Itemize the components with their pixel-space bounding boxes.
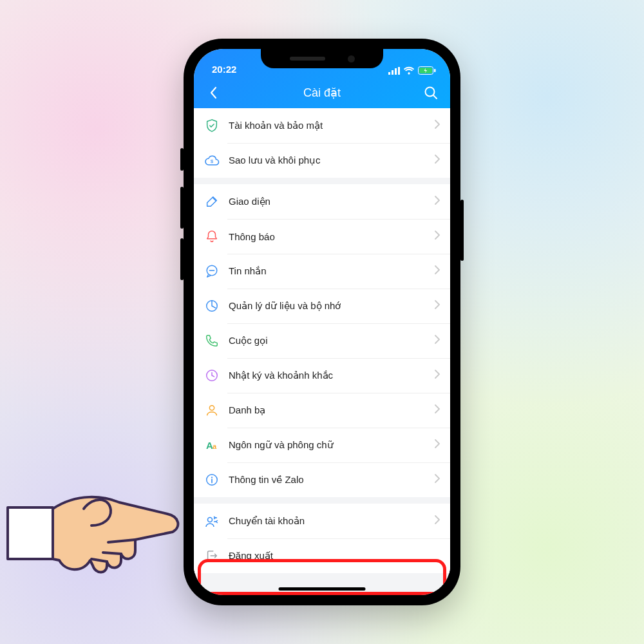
wifi-icon (403, 66, 415, 75)
bell-icon (204, 229, 220, 244)
settings-row-label: Tài khoản và bảo mật (229, 120, 426, 131)
nav-bar: Cài đặt (194, 77, 450, 108)
svg-rect-2 (395, 68, 397, 75)
svg-rect-6 (434, 69, 436, 72)
settings-row-label: Sao lưu và khôi phục (229, 155, 426, 166)
settings-row-label: Quản lý dữ liệu và bộ nhớ (229, 300, 426, 312)
settings-row-label: Danh bạ (229, 404, 426, 416)
settings-row[interactable]: Đăng xuất (194, 538, 450, 573)
settings-group: Giao diệnThông báoTin nhắnQuản lý dữ liệ… (194, 184, 450, 497)
aa-icon: Aa (204, 437, 220, 453)
settings-row[interactable]: AaNgôn ngữ và phông chữ (194, 428, 450, 462)
settings-row[interactable]: Cuộc gọi (194, 323, 450, 358)
settings-row[interactable]: Thông tin về Zalo (194, 462, 450, 497)
logout-icon (204, 548, 220, 564)
settings-row[interactable]: Danh bạ (194, 393, 450, 428)
chevron-right-icon (435, 155, 440, 166)
settings-row-label: Đăng xuất (229, 550, 440, 562)
speaker (290, 57, 325, 61)
chevron-right-icon (435, 120, 440, 131)
chevron-right-icon (435, 515, 440, 527)
status-time: 20:22 (212, 64, 236, 75)
settings-group: Tài khoản và bảo mật$Sao lưu và khôi phụ… (194, 108, 450, 178)
side-button (180, 148, 184, 171)
settings-row-label: Tin nhắn (229, 265, 426, 277)
info-icon (204, 472, 220, 488)
phone-notch (261, 49, 383, 68)
phone-frame: 20:22 Cài đặt Tài khoản và bảo mật$Sao l… (184, 39, 460, 605)
svg-rect-3 (398, 67, 400, 75)
phone-icon (204, 333, 220, 348)
settings-row[interactable]: $Sao lưu và khôi phục (194, 143, 450, 178)
settings-row[interactable]: Tài khoản và bảo mật (194, 108, 450, 143)
cloud-icon: $ (204, 153, 220, 168)
settings-row-label: Ngôn ngữ và phông chữ (229, 439, 426, 451)
battery-icon (418, 66, 436, 75)
signal-icon (388, 67, 400, 75)
svg-point-20 (208, 518, 213, 522)
svg-point-18 (211, 477, 213, 478)
search-icon (424, 86, 438, 100)
settings-row[interactable]: Thông báo (194, 219, 450, 254)
svg-line-22 (108, 540, 135, 542)
settings-row[interactable]: Quản lý dữ liệu và bộ nhớ (194, 289, 450, 323)
chevron-right-icon (435, 439, 440, 451)
back-button[interactable] (204, 84, 222, 102)
svg-text:a: a (213, 442, 217, 450)
chevron-right-icon (435, 231, 440, 242)
settings-row[interactable]: Chuyển tài khoản (194, 504, 450, 538)
settings-row-label: Giao diện (229, 196, 426, 207)
settings-row-label: Thông báo (229, 231, 426, 242)
phone-screen: 20:22 Cài đặt Tài khoản và bảo mật$Sao l… (194, 49, 450, 595)
svg-text:$: $ (211, 158, 214, 164)
svg-rect-21 (8, 507, 53, 559)
volume-up-button (180, 187, 184, 229)
brush-icon (204, 194, 220, 209)
svg-line-23 (103, 553, 121, 554)
chevron-right-icon (435, 196, 440, 207)
settings-row[interactable]: Giao diện (194, 184, 450, 219)
power-button (460, 200, 464, 261)
settings-row-label: Thông tin về Zalo (229, 474, 426, 486)
svg-point-14 (209, 406, 214, 410)
chevron-right-icon (435, 404, 440, 416)
settings-row-label: Nhật ký và khoảnh khắc (229, 370, 426, 381)
clock-icon (204, 368, 220, 383)
switch-icon (204, 513, 220, 529)
pointing-hand-illustration (6, 464, 200, 592)
settings-row-label: Cuộc gọi (229, 335, 426, 346)
pie-icon (204, 298, 220, 314)
chat-icon (204, 263, 220, 279)
chevron-right-icon (435, 265, 440, 277)
volume-down-button (180, 238, 184, 280)
chevron-right-icon (435, 474, 440, 486)
svg-line-8 (433, 95, 437, 99)
settings-group: Chuyển tài khoảnĐăng xuất (194, 504, 450, 573)
chevron-right-icon (435, 300, 440, 312)
settings-row-label: Chuyển tài khoản (229, 515, 426, 527)
home-indicator (279, 587, 366, 591)
settings-row[interactable]: Nhật ký và khoảnh khắc (194, 358, 450, 393)
shield-icon (204, 118, 220, 133)
settings-row[interactable]: Tin nhắn (194, 254, 450, 289)
person-icon (204, 402, 220, 418)
search-button[interactable] (422, 84, 440, 102)
svg-rect-1 (392, 70, 393, 75)
chevron-left-icon (209, 86, 217, 99)
status-indicators (388, 66, 436, 75)
svg-line-24 (91, 559, 107, 562)
chevron-right-icon (435, 370, 440, 381)
settings-list[interactable]: Tài khoản và bảo mật$Sao lưu và khôi phụ… (194, 108, 450, 573)
page-title: Cài đặt (222, 86, 422, 100)
front-camera (348, 55, 355, 62)
chevron-right-icon (435, 335, 440, 346)
svg-rect-0 (388, 72, 390, 75)
